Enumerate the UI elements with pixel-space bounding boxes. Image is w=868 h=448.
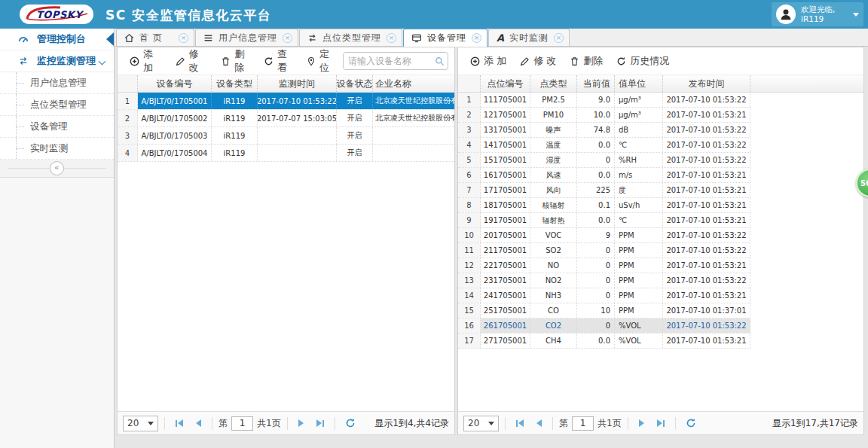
column-header[interactable]: 设备状态 [337,75,373,92]
column-header[interactable]: 设备类型 [212,75,258,92]
column-header[interactable]: 发布时间 [663,75,750,92]
column-header[interactable]: 点位编号 [481,75,530,92]
table-row[interactable]: 3131705001噪声74.8dB2017-07-10 01:53:22 [458,123,750,138]
close-icon[interactable]: × [283,33,292,43]
edit-button[interactable]: 修 改 [514,51,562,71]
table-cell: A/BJLT/0/1705002 [138,110,212,126]
button-label: 添 加 [143,47,162,75]
table-row[interactable]: 10201705001VOC9PPM2017-07-10 01:53:22 [458,228,750,243]
first-page-button[interactable] [171,419,188,427]
table-row[interactable]: 17271705001CH40.0%VOL2017-07-10 01:53:21 [458,334,750,349]
row-number-cell: 12 [458,258,481,273]
next-page-button[interactable] [634,419,649,427]
history-button[interactable]: 历史情况 [610,51,675,71]
divider [505,417,506,430]
sidebar-section-console[interactable]: 管理控制台 [0,29,114,50]
row-number-cell: 14 [458,288,481,303]
table-row[interactable]: 15251705001CO10PPM2017-07-10 01:37:01 [458,303,750,318]
search-input[interactable] [344,56,435,66]
prev-page-button[interactable] [191,419,206,427]
divider [287,417,288,430]
refresh-button[interactable] [682,418,700,428]
sidebar-item-user-info[interactable]: 用户信息管理 [0,72,114,94]
table-row[interactable]: 13231705001NO20PPM2017-07-10 01:53:22 [458,273,750,288]
table-cell: 0 [577,258,615,273]
user-menu[interactable]: 欢迎光临, iR119 [772,2,863,26]
table-cell: 2017-07-10 01:53:22 [663,153,750,167]
collapse-button[interactable]: « [50,161,64,175]
sidebar-item-realtime[interactable]: 实时监测 [0,138,114,160]
tab-user-info[interactable]: 用户信息管理 × [195,29,298,46]
table-row[interactable]: 9191705001辐射热0.0℃2017-07-10 01:53:21 [458,213,750,228]
table-cell: 121705001 [481,108,530,122]
row-number-header [118,75,138,92]
table-cell: PPM [615,243,663,258]
table-cell: 9 [577,228,615,242]
table-row[interactable]: 2A/BJLT/0/1705002iR1192017-07-07 15:03:0… [118,110,454,127]
edit-button[interactable]: 修 改 [170,44,214,78]
close-icon[interactable]: × [179,33,188,43]
view-button[interactable]: 查看 [258,44,299,78]
search-icon[interactable] [435,56,445,66]
swap-arrows-icon [307,33,317,43]
point-grid-body: 1111705001PM2.59.0μg/m³2017-07-10 01:53:… [458,93,863,349]
device-panel: 添 加 修 改 删除 查看 定位 [117,47,455,435]
sidebar-item-point-type[interactable]: 点位类型管理 [0,94,114,116]
pager-summary: 显示1到4,共4记录 [374,417,449,430]
table-row[interactable]: 11211705001SO20PPM2017-07-10 01:53:22 [458,243,750,258]
column-header[interactable]: 企业名称 [373,75,454,92]
table-row[interactable]: 1A/BJLT/0/1705001iR1192017-07-10 01:53:2… [118,93,454,110]
table-cell: 111705001 [481,93,530,107]
table-cell: 251705001 [481,303,530,318]
column-header[interactable]: 监测时间 [258,75,337,92]
table-cell: 10 [577,303,615,318]
page-number-input[interactable] [572,416,594,431]
next-page-button[interactable] [294,419,308,427]
tab-device-mgmt[interactable]: 设备管理 × [403,29,487,47]
table-row[interactable]: 3A/BJLT/0/1705003iR119开启 [118,127,454,145]
table-row[interactable]: 6161705001风速0.0m/s2017-07-10 01:53:21 [458,168,750,183]
table-row[interactable]: 4141705001温度0.0℃2017-07-10 01:53:22 [458,138,750,153]
topsky-logo: TOPSKY [20,5,93,24]
last-page-button[interactable] [312,419,329,427]
add-button[interactable]: 添 加 [124,44,168,78]
table-row[interactable]: 8181705001核辐射0.1uSv/h2017-07-10 01:53:21 [458,198,750,213]
table-row[interactable]: 7171705001风向225度2017-07-10 01:53:21 [458,183,750,198]
page-size-select[interactable]: 20 [123,416,158,431]
tab-realtime[interactable]: A 实时监测 × [488,29,570,46]
sidebar-item-device-mgmt[interactable]: 设备管理 [0,116,114,138]
table-row[interactable]: 14241705001NH30PPM2017-07-10 01:53:21 [458,288,750,303]
table-cell: CO [530,303,577,318]
prev-page-button[interactable] [532,419,546,427]
table-row[interactable]: 1111705001PM2.59.0μg/m³2017-07-10 01:53:… [458,93,750,108]
device-grid-header: 设备编号 设备类型 监测时间 设备状态 企业名称 [118,75,454,93]
last-page-button[interactable] [653,419,669,427]
table-cell: 191705001 [481,213,530,227]
table-row[interactable]: 5151705001湿度0%RH2017-07-10 01:53:22 [458,153,750,168]
table-cell: 核辐射 [530,198,577,212]
close-icon[interactable]: × [387,33,396,43]
table-row[interactable]: 4A/BJLT/0/1705004iR119开启 [118,145,454,162]
table-row[interactable]: 2121705001PM1010.0μg/m³2017-07-10 01:53:… [458,108,750,123]
column-header[interactable]: 当前值 [577,75,615,92]
close-icon[interactable]: × [472,33,481,43]
sidebar-section-monitoring[interactable]: 监控监测管理 [0,50,114,72]
add-button[interactable]: 添 加 [464,51,512,71]
tab-home[interactable]: 首 页 × [116,29,194,46]
page-number-input[interactable] [231,416,253,431]
tab-point-type[interactable]: 点位类型管理 × [299,29,402,46]
page-size-select[interactable]: 20 [463,416,499,431]
column-header[interactable]: 设备编号 [138,75,212,92]
column-header[interactable]: 点类型 [530,75,577,92]
first-page-button[interactable] [512,419,528,427]
locate-button[interactable]: 定位 [301,44,341,78]
column-header[interactable]: 值单位 [615,75,663,92]
table-cell [258,127,337,144]
refresh-button[interactable] [341,418,359,428]
table-row[interactable]: 12221705001NO0PPM2017-07-10 01:53:21 [458,258,750,273]
close-icon[interactable]: × [554,33,564,43]
table-row[interactable]: 16261705001CO20%VOL2017-07-10 01:53:22 [458,318,750,334]
delete-button[interactable]: 删除 [215,44,256,78]
divider [628,417,628,430]
delete-button[interactable]: 删除 [564,51,609,71]
